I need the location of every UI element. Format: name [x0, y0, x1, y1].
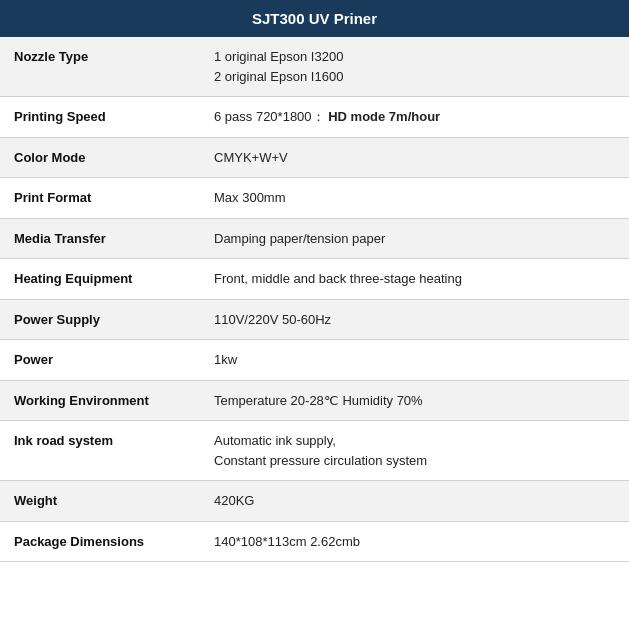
spec-value: 110V/220V 50-60Hz [200, 299, 629, 340]
spec-label: Power [0, 340, 200, 381]
table-row: Heating EquipmentFront, middle and back … [0, 259, 629, 300]
spec-value: Max 300mm [200, 178, 629, 219]
spec-label: Power Supply [0, 299, 200, 340]
spec-value: 6 pass 720*1800： HD mode 7m/hour [200, 97, 629, 138]
spec-value-normal: 6 pass 720*1800： [214, 109, 328, 124]
table-row: Power Supply110V/220V 50-60Hz [0, 299, 629, 340]
table-row: Color ModeCMYK+W+V [0, 137, 629, 178]
spec-value-part: 1 original Epson I3200 [214, 49, 343, 64]
spec-table: Nozzle Type1 original Epson I32002 origi… [0, 37, 629, 562]
spec-label: Ink road system [0, 421, 200, 481]
spec-label: Heating Equipment [0, 259, 200, 300]
spec-value: 140*108*113cm 2.62cmb [200, 521, 629, 562]
spec-value: 1 original Epson I32002 original Epson I… [200, 37, 629, 97]
spec-label: Weight [0, 481, 200, 522]
spec-value: 1kw [200, 340, 629, 381]
table-row: Print FormatMax 300mm [0, 178, 629, 219]
table-row: Weight420KG [0, 481, 629, 522]
spec-value: CMYK+W+V [200, 137, 629, 178]
spec-label: Print Format [0, 178, 200, 219]
spec-label: Media Transfer [0, 218, 200, 259]
spec-value-part: Constant pressure circulation system [214, 453, 427, 468]
table-title: SJT300 UV Priner [0, 0, 629, 37]
table-row: Ink road systemAutomatic ink supply,Cons… [0, 421, 629, 481]
spec-value: 420KG [200, 481, 629, 522]
spec-value: Front, middle and back three-stage heati… [200, 259, 629, 300]
spec-value-part: Automatic ink supply, [214, 433, 336, 448]
table-row: Media TransferDamping paper/tension pape… [0, 218, 629, 259]
table-row: Nozzle Type1 original Epson I32002 origi… [0, 37, 629, 97]
spec-value-bold: HD mode 7m/hour [328, 109, 440, 124]
spec-label: Nozzle Type [0, 37, 200, 97]
table-row: Power1kw [0, 340, 629, 381]
table-row: Package Dimensions140*108*113cm 2.62cmb [0, 521, 629, 562]
spec-label: Package Dimensions [0, 521, 200, 562]
spec-label: Working Environment [0, 380, 200, 421]
spec-value-part: 2 original Epson I1600 [214, 69, 343, 84]
spec-value: Damping paper/tension paper [200, 218, 629, 259]
spec-label: Printing Speed [0, 97, 200, 138]
spec-value: Temperature 20-28℃ Humidity 70% [200, 380, 629, 421]
table-row: Printing Speed6 pass 720*1800： HD mode 7… [0, 97, 629, 138]
spec-label: Color Mode [0, 137, 200, 178]
spec-table-container: SJT300 UV Priner Nozzle Type1 original E… [0, 0, 629, 562]
table-row: Working EnvironmentTemperature 20-28℃ Hu… [0, 380, 629, 421]
spec-value: Automatic ink supply,Constant pressure c… [200, 421, 629, 481]
